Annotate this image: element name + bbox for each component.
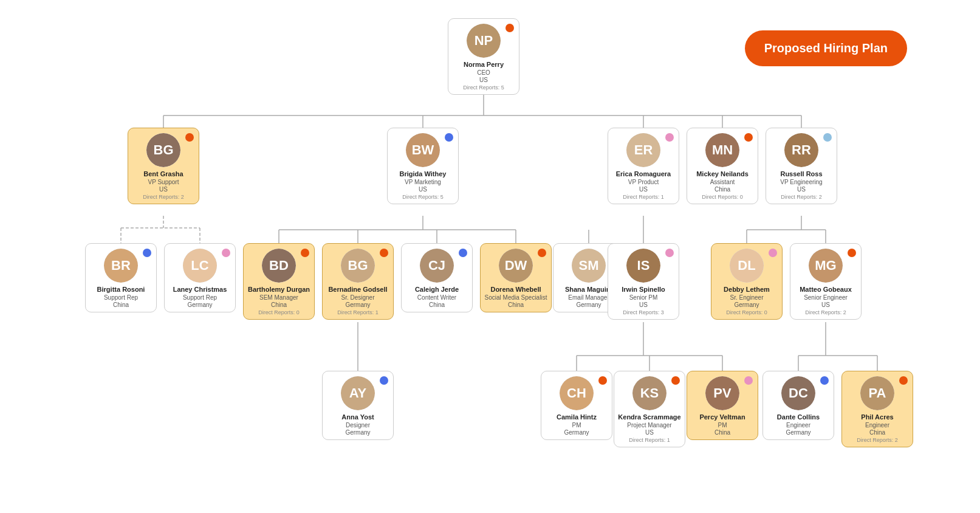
node-bernadine-godsell[interactable]: BG Bernadine Godsell Sr. Designer German… [322,243,394,320]
node-name: Laney Christmas [168,285,231,294]
node-name: Caleigh Jerde [405,285,468,294]
node-role: Designer [326,421,389,429]
node-reports: Direct Reports: 2 [770,194,833,200]
avatar: AY [341,376,375,410]
node-name: Phil Acres [846,413,909,421]
node-kendra-scrammage[interactable]: KS Kendra Scrammage Project Manager US D… [614,371,685,447]
node-dorena-whebell[interactable]: DW Dorena Whebell Social Media Specialis… [480,243,552,312]
status-dot [380,249,388,257]
node-name: Matteo Gobeaux [794,285,857,294]
node-role: Senior Engineer [794,294,857,301]
status-dot [598,376,607,385]
node-brigida-withey[interactable]: BW Brigida Withey VP Marketing US Direct… [387,128,459,204]
avatar-face: PV [705,376,739,410]
avatar: SM [572,249,606,283]
node-bartholemy-durgan[interactable]: BD Bartholemy Durgan SEM Manager China D… [243,243,315,320]
node-anna-yost[interactable]: AY Anna Yost Designer Germany [322,371,394,440]
status-dot [538,249,546,257]
node-country: China [691,186,754,193]
avatar: MN [705,133,739,167]
node-country: China [405,301,468,308]
node-bent-grasha[interactable]: BG Bent Grasha VP Support US Direct Repo… [128,128,199,204]
proposed-hiring-plan-button[interactable]: Proposed Hiring Plan [745,30,907,66]
node-caleigh-jerde[interactable]: CJ Caleigh Jerde Content Writer China [401,243,473,312]
avatar: PV [705,376,739,410]
node-country: US [612,186,675,193]
node-role: Social Media Specialist [484,294,547,301]
node-role: Senior PM [612,294,675,301]
status-dot [380,376,388,385]
status-dot [185,133,194,142]
node-country: US [612,301,675,308]
node-reports: Direct Reports: 3 [612,309,675,315]
node-role: VP Product [612,178,675,186]
node-name: Irwin Spinello [612,285,675,294]
node-country: China [484,301,547,308]
node-reports: Direct Reports: 0 [247,309,310,315]
avatar-face: MN [705,133,739,167]
node-debby-lethem[interactable]: DL Debby Lethem Sr. Engineer Germany Dir… [711,243,783,320]
node-role: Sr. Engineer [715,294,778,301]
node-name: Debby Lethem [715,285,778,294]
node-country: US [391,186,454,193]
status-dot [301,249,309,257]
node-laney-christmas[interactable]: LC Laney Christmas Support Rep Germany [164,243,236,312]
node-reports: Direct Reports: 0 [691,194,754,200]
node-dante-collins[interactable]: DC Dante Collins Engineer Germany [762,371,834,440]
status-dot [665,133,674,142]
node-reports: Direct Reports: 0 [715,309,778,315]
node-country: China [691,429,754,436]
avatar-face: CH [560,376,594,410]
status-dot [143,249,151,257]
node-role: VP Engineering [770,178,833,186]
avatar: BG [146,133,180,167]
node-russell-ross[interactable]: RR Russell Ross VP Engineering US Direct… [766,128,837,204]
node-name: Brigida Withey [391,170,454,178]
avatar-face: BD [262,249,296,283]
node-name: Bent Grasha [132,170,195,178]
avatar: IS [626,249,660,283]
node-phil-acres[interactable]: PA Phil Acres Engineer China Direct Repo… [841,371,913,447]
node-country: Germany [545,429,608,436]
node-role: Engineer [846,421,909,429]
node-country: US [452,77,515,83]
node-percy-veltman[interactable]: PV Percy Veltman PM China [687,371,758,440]
node-country: US [794,301,857,308]
avatar-face: IS [626,249,660,283]
node-reports: Direct Reports: 1 [618,437,681,443]
status-dot [823,133,832,142]
node-reports: Direct Reports: 1 [612,194,675,200]
node-country: China [846,429,909,436]
avatar: ER [626,133,660,167]
avatar: DC [781,376,815,410]
status-dot [222,249,230,257]
avatar: BR [104,249,138,283]
status-dot [820,376,829,385]
avatar: MG [809,249,843,283]
node-role: PM [545,421,608,429]
node-country: US [770,186,833,193]
node-erica-romaguera[interactable]: ER Erica Romaguera VP Product US Direct … [608,128,679,204]
node-country: Germany [168,301,231,308]
node-birgitta-rosoni[interactable]: BR Birgitta Rosoni Support Rep China [85,243,157,312]
node-norma-perry[interactable]: NP Norma Perry CEO US Direct Reports: 5 [448,18,519,95]
node-country: Germany [767,429,830,436]
node-irwin-spinello[interactable]: IS Irwin Spinello Senior PM US Direct Re… [608,243,679,320]
avatar-face: LC [183,249,217,283]
node-name: Russell Ross [770,170,833,178]
status-dot [665,249,674,257]
avatar-face: BG [146,133,180,167]
avatar: NP [467,24,501,58]
node-matteo-gobeaux[interactable]: MG Matteo Gobeaux Senior Engineer US Dir… [790,243,862,320]
node-mickey-neilands[interactable]: MN Mickey Neilands Assistant China Direc… [687,128,758,204]
avatar-face: RR [784,133,818,167]
avatar-face: BR [104,249,138,283]
avatar-face: SM [572,249,606,283]
node-reports: Direct Reports: 5 [452,84,515,91]
node-name: Mickey Neilands [691,170,754,178]
node-camila-hintz[interactable]: CH Camila Hintz PM Germany [541,371,612,440]
node-role: VP Support [132,178,195,186]
node-country: US [618,429,681,436]
node-reports: Direct Reports: 5 [391,194,454,200]
node-country: US [132,186,195,193]
